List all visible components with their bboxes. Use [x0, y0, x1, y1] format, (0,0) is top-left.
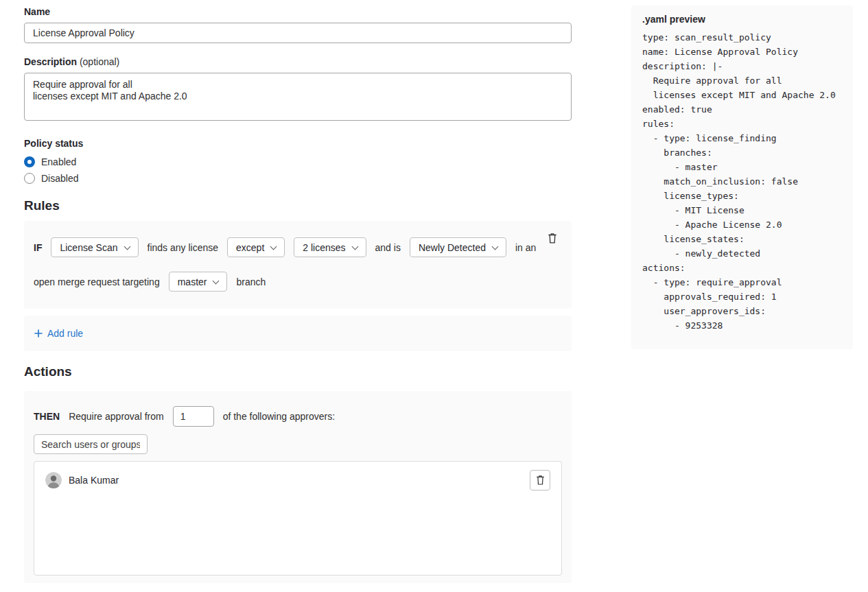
and-is-text: and is	[375, 242, 401, 253]
radio-disabled-label: Disabled	[41, 173, 78, 184]
rule-branch-row: open merge request targeting master bran…	[34, 272, 562, 292]
chevron-down-icon	[492, 244, 497, 249]
yaml-code: type: scan_result_policy name: License A…	[642, 30, 842, 333]
rule-condition-row: IF License Scan finds any license except…	[34, 237, 562, 257]
rules-heading: Rules	[24, 198, 572, 214]
branch-text: branch	[236, 276, 266, 287]
action-card: THEN Require approval from of the follow…	[24, 391, 572, 583]
scanner-dropdown[interactable]: License Scan	[51, 237, 138, 257]
add-rule-button[interactable]: Add rule	[34, 327, 83, 340]
remove-approver-button[interactable]	[530, 470, 550, 490]
policy-status-label: Policy status	[24, 137, 572, 150]
branch-dropdown-value: master	[178, 276, 207, 287]
plus-icon	[34, 329, 43, 338]
approvals-required-input[interactable]	[173, 406, 214, 427]
scanner-dropdown-value: License Scan	[60, 242, 117, 253]
approver-name: Bala Kumar	[69, 475, 119, 486]
description-optional-text: (optional)	[80, 56, 119, 67]
yaml-preview-title: .yaml preview	[642, 14, 842, 25]
trash-icon	[535, 475, 546, 486]
yaml-preview-panel: .yaml preview type: scan_result_policy n…	[631, 5, 853, 349]
license-state-dropdown-value: Newly Detected	[419, 242, 486, 253]
license-count-dropdown-value: 2 licenses	[303, 242, 345, 253]
name-input[interactable]	[24, 23, 572, 43]
chevron-down-icon	[124, 244, 130, 249]
license-count-dropdown[interactable]: 2 licenses	[294, 237, 366, 257]
radio-enabled-icon[interactable]	[24, 156, 35, 167]
radio-enabled[interactable]: Enabled	[24, 154, 572, 170]
match-type-dropdown-value: except	[236, 242, 264, 253]
policy-status-radio-group: Enabled Disabled	[24, 154, 572, 187]
description-label: Description (optional)	[24, 56, 572, 68]
if-keyword: IF	[34, 242, 42, 253]
match-type-dropdown[interactable]: except	[227, 237, 285, 257]
name-label: Name	[24, 5, 572, 18]
radio-enabled-label: Enabled	[41, 156, 76, 167]
approver-list: Bala Kumar	[34, 461, 562, 576]
actions-heading: Actions	[24, 364, 572, 380]
chevron-down-icon	[213, 278, 218, 283]
add-rule-section: Add rule	[24, 316, 572, 351]
delete-rule-button[interactable]	[546, 231, 559, 246]
policy-editor-page: Name Description (optional) Require appr…	[0, 0, 868, 592]
trash-icon	[547, 233, 558, 244]
then-keyword: THEN	[34, 411, 60, 422]
rule-card: IF License Scan finds any license except…	[24, 221, 572, 309]
description-label-text: Description	[24, 56, 77, 67]
of-following-approvers-text: of the following approvers:	[223, 411, 335, 422]
approver-row: Bala Kumar	[45, 470, 550, 490]
license-state-dropdown[interactable]: Newly Detected	[410, 237, 506, 257]
chevron-down-icon	[270, 244, 276, 249]
in-an-text: in an	[515, 242, 536, 253]
add-rule-label: Add rule	[47, 327, 83, 340]
description-textarea[interactable]: Require approval for all licenses except…	[24, 73, 572, 121]
chevron-down-icon	[352, 244, 357, 249]
policy-form: Name Description (optional) Require appr…	[24, 5, 572, 583]
branch-dropdown[interactable]: master	[169, 272, 228, 292]
action-approval-row: THEN Require approval from of the follow…	[34, 406, 562, 427]
radio-disabled[interactable]: Disabled	[24, 170, 572, 187]
search-users-input[interactable]	[34, 434, 148, 454]
merge-request-targeting-text: open merge request targeting	[34, 276, 160, 287]
require-approval-from-text: Require approval from	[69, 411, 164, 422]
finds-any-license-text: finds any license	[148, 242, 219, 253]
avatar	[45, 472, 62, 488]
radio-disabled-icon[interactable]	[24, 173, 35, 184]
